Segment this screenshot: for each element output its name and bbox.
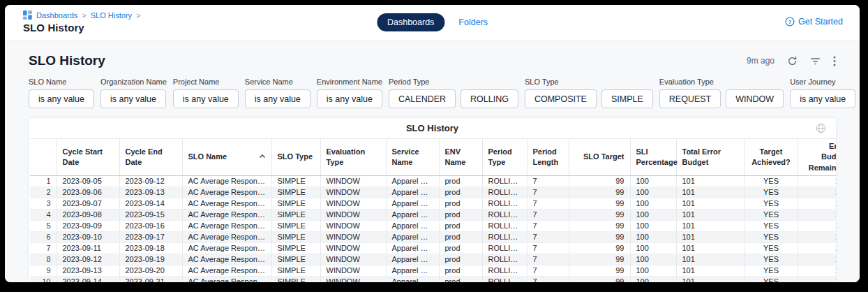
filter-organization-name: Organization Nameis any value	[100, 78, 167, 108]
tile-title: SLO History	[406, 123, 458, 133]
cell-service-name: Apparel Catal...	[386, 243, 439, 254]
cell-sli-percentage: 100	[630, 221, 676, 232]
table-row[interactable]: 12023-09-052023-09-12AC Average Response…	[30, 176, 836, 187]
filter-label: SLO Name	[29, 78, 94, 86]
cell-slo-name: AC Average Response Time	[182, 254, 271, 265]
filter-value-chip[interactable]: SIMPLE	[601, 89, 653, 108]
header-tabs: Dashboards Folders	[377, 13, 488, 31]
column-header-period-type[interactable]: Period Type	[482, 139, 527, 176]
cell-cycle-start-date: 2023-09-14	[57, 277, 119, 282]
cell-slo-type: SIMPLE	[271, 277, 320, 282]
cell-error-budget-remaining: 101	[798, 277, 836, 282]
filter-value-chip[interactable]: is any value	[245, 89, 310, 108]
tab-dashboards[interactable]: Dashboards	[377, 13, 444, 31]
cell-slo-type: SIMPLE	[271, 232, 320, 243]
section-title: SLO History	[29, 53, 105, 68]
cell-total-error-budget: 101	[676, 254, 744, 265]
column-header-col[interactable]	[30, 139, 57, 176]
cell-slo-name: AC Average Response Time	[182, 243, 271, 254]
table-row[interactable]: 102023-09-142023-09-21AC Average Respons…	[30, 277, 836, 282]
filter-value-chip[interactable]: ROLLING	[461, 89, 518, 108]
filter-value-chip[interactable]: COMPOSITE	[525, 89, 597, 108]
column-header-cycle-end-date[interactable]: Cycle End Date	[119, 139, 182, 176]
cell-service-name: Apparel Catal...	[386, 198, 439, 210]
filter-value-chip[interactable]: is any value	[173, 89, 239, 108]
tab-folders[interactable]: Folders	[458, 17, 488, 27]
filter-label: User Journey	[790, 78, 855, 86]
cell-env-name: prod	[439, 232, 482, 243]
cell-env-name: prod	[439, 243, 482, 254]
cell-target-achieved: YES	[744, 187, 798, 198]
filter-value-chip[interactable]: WINDOW	[726, 89, 784, 108]
cell-sli-percentage: 100	[630, 277, 676, 282]
breadcrumb-item-slo-history[interactable]: SLO History	[91, 11, 132, 20]
table-row[interactable]: 42023-09-082023-09-15AC Average Response…	[30, 210, 836, 221]
filter-evaluation-type: Evaluation TypeREQUESTWINDOW	[659, 78, 784, 108]
cell-total-error-budget: 101	[676, 221, 744, 232]
get-started-link[interactable]: ? Get Started	[785, 17, 843, 27]
filter-value-chip[interactable]: CALENDER	[389, 89, 456, 108]
filter-service-name: Service Nameis any value	[245, 78, 310, 108]
column-header-slo-name[interactable]: SLO Name	[182, 139, 271, 176]
filter-icon[interactable]	[810, 57, 821, 66]
cell-sli-percentage: 100	[630, 176, 676, 187]
slo-history-tile: SLO History Cycle Start DateCycle End Da…	[29, 118, 836, 282]
table-row[interactable]: 32023-09-072023-09-14AC Average Response…	[30, 198, 836, 210]
table-row[interactable]: 62023-09-102023-09-17AC Average Response…	[30, 232, 836, 243]
refresh-icon[interactable]	[787, 56, 798, 66]
row-number-cell: 7	[30, 243, 57, 254]
column-header-service-name[interactable]: Service Name	[386, 139, 439, 176]
cell-cycle-start-date: 2023-09-13	[57, 265, 119, 277]
table-row[interactable]: 52023-09-092023-09-16AC Average Response…	[30, 221, 836, 232]
cell-service-name: Apparel Catal...	[386, 187, 439, 198]
cell-cycle-end-date: 2023-09-18	[119, 243, 182, 254]
cell-evaluation-type: WINDOW	[320, 187, 386, 198]
table-row[interactable]: 22023-09-062023-09-13AC Average Response…	[30, 187, 836, 198]
column-header-period-length[interactable]: Period Length	[527, 139, 569, 176]
cell-period-type: ROLLING	[482, 187, 527, 198]
column-header-target-achieved[interactable]: Target Achieved?	[744, 139, 798, 176]
cell-period-type: ROLLING	[482, 254, 527, 265]
cell-period-length: 7	[527, 254, 569, 265]
filter-value-chip[interactable]: is any value	[29, 89, 94, 108]
cell-evaluation-type: WINDOW	[320, 243, 386, 254]
cell-sli-percentage: 100	[630, 232, 676, 243]
table-row[interactable]: 72023-09-112023-09-18AC Average Response…	[30, 243, 836, 254]
globe-icon[interactable]	[816, 123, 826, 136]
cell-error-budget-remaining: 101	[798, 232, 836, 243]
breadcrumb-item-dashboards[interactable]: Dashboards	[36, 11, 77, 20]
column-header-evaluation-type[interactable]: Evaluation Type	[320, 139, 386, 176]
cell-target-achieved: YES	[744, 198, 798, 210]
column-header-slo-type[interactable]: SLO Type	[271, 139, 320, 176]
filter-value-chip[interactable]: REQUEST	[659, 89, 721, 108]
cell-env-name: prod	[439, 254, 482, 265]
column-header-env-name[interactable]: ENV Name	[439, 139, 482, 176]
cell-error-budget-remaining: 101	[798, 265, 836, 277]
filter-value-chip[interactable]: is any value	[790, 89, 855, 108]
top-header: Dashboards > SLO History > SLO History D…	[5, 5, 860, 41]
cell-slo-name: AC Average Response Time	[182, 221, 271, 232]
cell-sli-percentage: 100	[630, 210, 676, 221]
column-header-sli-percentage[interactable]: SLI Percentage	[630, 139, 676, 176]
cell-period-length: 7	[527, 232, 569, 243]
cell-period-length: 7	[527, 277, 569, 282]
column-header-slo-target[interactable]: SLO Target	[569, 139, 630, 176]
cell-total-error-budget: 101	[676, 277, 744, 282]
cell-slo-name: AC Average Response Time	[182, 277, 271, 282]
filter-value-chip[interactable]: is any value	[317, 89, 382, 108]
table-row[interactable]: 82023-09-122023-09-19AC Average Response…	[30, 254, 836, 265]
cell-target-achieved: YES	[744, 176, 798, 187]
column-header-cycle-start-date[interactable]: Cycle Start Date	[57, 139, 119, 176]
cell-target-achieved: YES	[744, 277, 798, 282]
cell-slo-name: AC Average Response Time	[182, 265, 271, 277]
more-menu-icon[interactable]	[833, 56, 836, 66]
cell-cycle-end-date: 2023-09-16	[119, 221, 182, 232]
table-row[interactable]: 92023-09-132023-09-20AC Average Response…	[30, 265, 836, 277]
cell-target-achieved: YES	[744, 243, 798, 254]
column-header-total-error-budget[interactable]: Total Error Budget	[676, 139, 744, 176]
column-header-error-budget-remaining[interactable]: Error Budget Remaining	[798, 139, 836, 176]
cell-slo-name: AC Average Response Time	[182, 187, 271, 198]
filter-value-chip[interactable]: is any value	[100, 89, 166, 108]
cell-period-type: ROLLING	[482, 232, 527, 243]
cell-cycle-end-date: 2023-09-15	[119, 210, 182, 221]
